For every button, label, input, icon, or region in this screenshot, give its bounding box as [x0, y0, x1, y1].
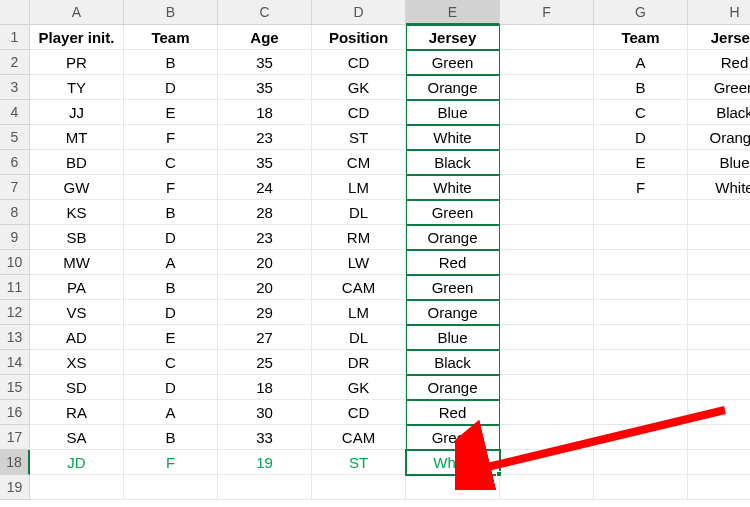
- cell-A19[interactable]: [30, 475, 124, 500]
- cell-D18[interactable]: ST: [312, 450, 406, 475]
- cell-D15[interactable]: GK: [312, 375, 406, 400]
- cell-E17[interactable]: Green: [406, 425, 500, 450]
- cell-B15[interactable]: D: [124, 375, 218, 400]
- cell-D9[interactable]: RM: [312, 225, 406, 250]
- row-header-4[interactable]: 4: [0, 100, 30, 125]
- cell-H8[interactable]: [688, 200, 750, 225]
- col-header-A[interactable]: A: [30, 0, 124, 25]
- cell-F1[interactable]: [500, 25, 594, 50]
- cell-H6[interactable]: Blue: [688, 150, 750, 175]
- cell-C6[interactable]: 35: [218, 150, 312, 175]
- cell-G16[interactable]: [594, 400, 688, 425]
- cell-G8[interactable]: [594, 200, 688, 225]
- cell-D19[interactable]: [312, 475, 406, 500]
- cell-B18[interactable]: F: [124, 450, 218, 475]
- cell-F9[interactable]: [500, 225, 594, 250]
- cell-H10[interactable]: [688, 250, 750, 275]
- cell-A2[interactable]: PR: [30, 50, 124, 75]
- row-header-6[interactable]: 6: [0, 150, 30, 175]
- row-header-8[interactable]: 8: [0, 200, 30, 225]
- cell-A7[interactable]: GW: [30, 175, 124, 200]
- cell-E12[interactable]: Orange: [406, 300, 500, 325]
- row-header-9[interactable]: 9: [0, 225, 30, 250]
- row-header-14[interactable]: 14: [0, 350, 30, 375]
- cell-D12[interactable]: LM: [312, 300, 406, 325]
- cell-C8[interactable]: 28: [218, 200, 312, 225]
- cell-C2[interactable]: 35: [218, 50, 312, 75]
- cell-G11[interactable]: [594, 275, 688, 300]
- cell-G2[interactable]: A: [594, 50, 688, 75]
- cell-F4[interactable]: [500, 100, 594, 125]
- cell-G12[interactable]: [594, 300, 688, 325]
- cell-H1[interactable]: Jersey: [688, 25, 750, 50]
- cell-B12[interactable]: D: [124, 300, 218, 325]
- cell-E5[interactable]: White: [406, 125, 500, 150]
- cell-G14[interactable]: [594, 350, 688, 375]
- cell-A11[interactable]: PA: [30, 275, 124, 300]
- cell-E7[interactable]: White: [406, 175, 500, 200]
- cell-H17[interactable]: [688, 425, 750, 450]
- cell-C10[interactable]: 20: [218, 250, 312, 275]
- cell-G6[interactable]: E: [594, 150, 688, 175]
- cell-E9[interactable]: Orange: [406, 225, 500, 250]
- cell-E11[interactable]: Green: [406, 275, 500, 300]
- cell-F8[interactable]: [500, 200, 594, 225]
- cell-C16[interactable]: 30: [218, 400, 312, 425]
- col-header-D[interactable]: D: [312, 0, 406, 25]
- cell-G5[interactable]: D: [594, 125, 688, 150]
- cell-F6[interactable]: [500, 150, 594, 175]
- cell-G15[interactable]: [594, 375, 688, 400]
- cell-F16[interactable]: [500, 400, 594, 425]
- cell-G10[interactable]: [594, 250, 688, 275]
- cell-B5[interactable]: F: [124, 125, 218, 150]
- cell-F5[interactable]: [500, 125, 594, 150]
- cell-B7[interactable]: F: [124, 175, 218, 200]
- cell-H2[interactable]: Red: [688, 50, 750, 75]
- cell-E13[interactable]: Blue: [406, 325, 500, 350]
- cell-G13[interactable]: [594, 325, 688, 350]
- cell-B11[interactable]: B: [124, 275, 218, 300]
- cell-A10[interactable]: MW: [30, 250, 124, 275]
- row-header-13[interactable]: 13: [0, 325, 30, 350]
- cell-C5[interactable]: 23: [218, 125, 312, 150]
- cell-A13[interactable]: AD: [30, 325, 124, 350]
- cell-F14[interactable]: [500, 350, 594, 375]
- cell-G4[interactable]: C: [594, 100, 688, 125]
- row-header-11[interactable]: 11: [0, 275, 30, 300]
- row-header-12[interactable]: 12: [0, 300, 30, 325]
- cell-G17[interactable]: [594, 425, 688, 450]
- row-header-2[interactable]: 2: [0, 50, 30, 75]
- row-header-7[interactable]: 7: [0, 175, 30, 200]
- cell-D3[interactable]: GK: [312, 75, 406, 100]
- spreadsheet-grid[interactable]: ABCDEFGH1Player init.TeamAgePositionJers…: [0, 0, 750, 500]
- cell-F3[interactable]: [500, 75, 594, 100]
- cell-F7[interactable]: [500, 175, 594, 200]
- cell-B13[interactable]: E: [124, 325, 218, 350]
- cell-F19[interactable]: [500, 475, 594, 500]
- cell-G9[interactable]: [594, 225, 688, 250]
- col-header-G[interactable]: G: [594, 0, 688, 25]
- cell-A6[interactable]: BD: [30, 150, 124, 175]
- cell-D16[interactable]: CD: [312, 400, 406, 425]
- col-header-B[interactable]: B: [124, 0, 218, 25]
- col-header-C[interactable]: C: [218, 0, 312, 25]
- cell-D11[interactable]: CAM: [312, 275, 406, 300]
- cell-E8[interactable]: Green: [406, 200, 500, 225]
- cell-G19[interactable]: [594, 475, 688, 500]
- cell-D6[interactable]: CM: [312, 150, 406, 175]
- row-header-17[interactable]: 17: [0, 425, 30, 450]
- col-header-F[interactable]: F: [500, 0, 594, 25]
- cell-D8[interactable]: DL: [312, 200, 406, 225]
- cell-A5[interactable]: MT: [30, 125, 124, 150]
- cell-C4[interactable]: 18: [218, 100, 312, 125]
- cell-B3[interactable]: D: [124, 75, 218, 100]
- row-header-18[interactable]: 18: [0, 450, 30, 475]
- cell-D4[interactable]: CD: [312, 100, 406, 125]
- cell-C1[interactable]: Age: [218, 25, 312, 50]
- cell-E19[interactable]: [406, 475, 500, 500]
- cell-A8[interactable]: KS: [30, 200, 124, 225]
- cell-H12[interactable]: [688, 300, 750, 325]
- cell-C17[interactable]: 33: [218, 425, 312, 450]
- fill-handle[interactable]: [496, 471, 502, 477]
- cell-A3[interactable]: TY: [30, 75, 124, 100]
